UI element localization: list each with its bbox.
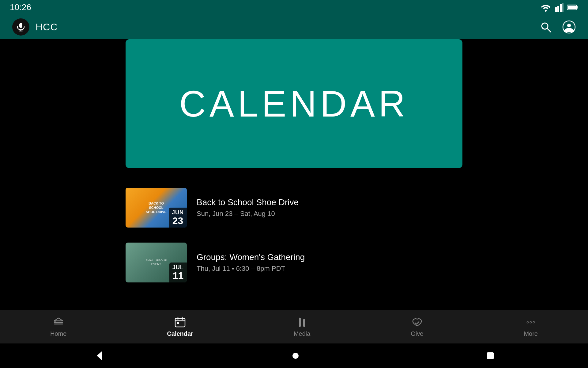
- app-icon[interactable]: [12, 18, 29, 36]
- svg-rect-3: [560, 4, 562, 12]
- svg-rect-7: [568, 6, 576, 9]
- home-button[interactable]: [292, 352, 299, 359]
- svg-rect-6: [576, 6, 578, 9]
- home-icon: [52, 316, 65, 328]
- event-info: Groups: Women's Gathering Thu, Jul 11 • …: [197, 252, 462, 273]
- nav-label-give: Give: [411, 330, 423, 337]
- svg-point-14: [567, 24, 571, 27]
- media-icon: [296, 316, 308, 328]
- bottom-nav: Home Calendar Media: [0, 310, 588, 343]
- nav-label-calendar: Calendar: [167, 330, 193, 337]
- svg-point-0: [545, 10, 547, 12]
- system-nav: [0, 343, 588, 368]
- nav-item-more[interactable]: More: [511, 313, 550, 340]
- event-item[interactable]: Small GroupEvent JUL 11 Groups: Women's …: [126, 235, 462, 290]
- nav-item-home[interactable]: Home: [38, 313, 79, 340]
- event-day: 23: [172, 216, 184, 226]
- status-icons: [540, 3, 578, 12]
- event-name: Back to School Shoe Drive: [197, 197, 462, 207]
- event-date-range: Thu, Jul 11 • 6:30 – 8pm PDT: [197, 265, 462, 273]
- svg-point-31: [527, 321, 529, 323]
- back-button[interactable]: [93, 350, 105, 362]
- svg-rect-8: [19, 23, 22, 28]
- battery-icon: [567, 4, 578, 10]
- account-button[interactable]: [562, 20, 576, 34]
- mic-icon: [16, 22, 25, 32]
- hero-title: CALENDAR: [179, 82, 409, 125]
- top-bar-actions: [539, 20, 576, 34]
- status-bar: 10:26: [0, 0, 588, 15]
- app-title: HCC: [36, 21, 58, 33]
- nav-label-media: Media: [294, 330, 310, 337]
- event-month: JUN: [172, 209, 184, 216]
- event-date-badge: JUL 11: [169, 263, 187, 282]
- nav-item-give[interactable]: Give: [398, 313, 435, 340]
- more-icon: [525, 316, 537, 328]
- event-thumbnail: Back toSchoolShoe Drive JUN 23: [126, 188, 187, 228]
- event-item[interactable]: Back toSchoolShoe Drive JUN 23 Back to S…: [126, 180, 462, 235]
- event-date-badge: JUN 23: [169, 208, 187, 228]
- wifi-icon: [540, 3, 551, 12]
- nav-item-calendar[interactable]: Calendar: [155, 313, 205, 340]
- event-date-range: Sun, Jun 23 – Sat, Aug 10: [197, 210, 462, 218]
- nav-item-media[interactable]: Media: [281, 313, 322, 340]
- event-info: Back to School Shoe Drive Sun, Jun 23 – …: [197, 197, 462, 218]
- svg-line-12: [547, 29, 551, 32]
- svg-rect-26: [177, 322, 179, 324]
- nav-label-more: More: [524, 330, 538, 337]
- calendar-icon: [174, 316, 186, 328]
- svg-rect-36: [487, 352, 494, 359]
- search-icon: [540, 21, 552, 33]
- search-button[interactable]: [539, 20, 552, 34]
- event-month: JUL: [172, 264, 184, 271]
- events-list: Back toSchoolShoe Drive JUN 23 Back to S…: [126, 180, 462, 290]
- svg-rect-1: [555, 7, 557, 12]
- svg-marker-34: [97, 351, 102, 360]
- svg-point-33: [533, 321, 535, 323]
- svg-rect-22: [175, 318, 185, 327]
- signal-icon: [555, 3, 564, 12]
- svg-rect-2: [557, 6, 559, 12]
- event-thumbnail: Small GroupEvent JUL 11: [126, 243, 187, 282]
- svg-rect-19: [54, 324, 63, 324]
- svg-rect-4: [562, 3, 564, 12]
- account-icon: [562, 20, 576, 34]
- svg-rect-18: [54, 322, 63, 323]
- event-day: 11: [172, 271, 184, 281]
- hero-banner: CALENDAR: [126, 39, 462, 168]
- svg-point-32: [530, 321, 532, 323]
- recents-button[interactable]: [486, 351, 495, 360]
- event-name: Groups: Women's Gathering: [197, 252, 462, 262]
- status-time: 10:26: [10, 2, 31, 12]
- nav-label-home: Home: [50, 330, 66, 337]
- give-icon: [411, 316, 423, 328]
- top-app-bar: HCC: [0, 15, 588, 39]
- svg-rect-17: [54, 320, 63, 321]
- svg-line-21: [58, 318, 63, 321]
- svg-point-35: [292, 353, 299, 359]
- app-logo-area: HCC: [12, 18, 58, 36]
